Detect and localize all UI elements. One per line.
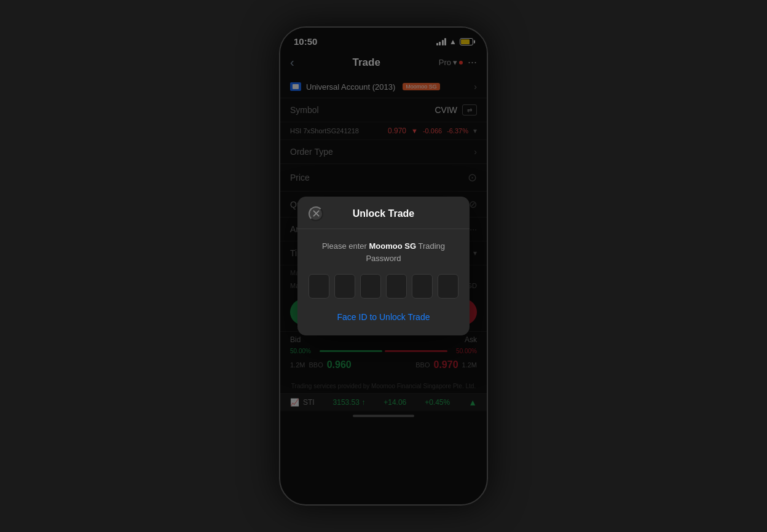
unlock-trade-modal: ✕ Unlock Trade Please enter Moomoo SG Tr… <box>297 197 470 335</box>
phone-frame: 10:50 ▲ ‹ Trade Pro ▾ ··· <box>279 26 488 506</box>
pin-box-6[interactable] <box>438 274 458 299</box>
modal-description: Please enter Moomoo SG Trading Password <box>309 240 458 264</box>
pin-box-1[interactable] <box>309 274 329 299</box>
pin-input-group[interactable] <box>309 274 458 299</box>
pin-box-2[interactable] <box>334 274 355 299</box>
face-id-link[interactable]: Face ID to Unlock Trade <box>309 310 458 324</box>
modal-body: Please enter Moomoo SG Trading Password … <box>297 229 470 335</box>
modal-close-button[interactable]: ✕ <box>309 206 323 221</box>
modal-overlay: ✕ Unlock Trade Please enter Moomoo SG Tr… <box>280 28 487 504</box>
pin-box-5[interactable] <box>412 274 433 299</box>
modal-header: ✕ Unlock Trade <box>297 197 470 229</box>
modal-bold-text: Moomoo SG <box>369 241 417 251</box>
pin-box-4[interactable] <box>386 274 407 299</box>
pin-box-3[interactable] <box>360 274 381 299</box>
modal-title: Unlock Trade <box>353 208 414 219</box>
